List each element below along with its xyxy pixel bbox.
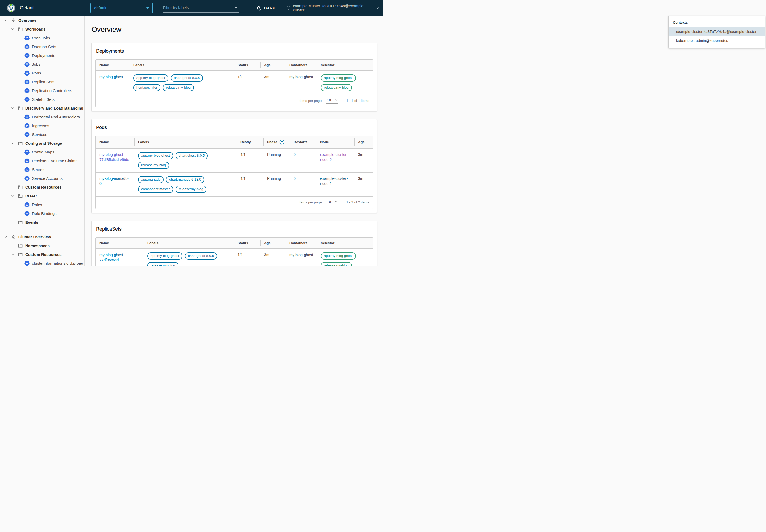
sidebar-item-label: Persistent Volume Claims (32, 159, 77, 163)
ready-cell: 1/1 (237, 173, 263, 196)
context-label: example-cluster-ka3TuTzYo4a@example-clus… (293, 4, 374, 12)
sidebar-item[interactable]: ↺ Replication Controllers (0, 86, 84, 95)
sidebar-item-label: Service Accounts (32, 176, 63, 181)
chevron-down-icon[interactable] (3, 19, 9, 22)
sidebar-item-label: Stateful Sets (32, 97, 55, 102)
sidebar-item[interactable]: ⊟ Persistent Volume Claims (0, 156, 84, 165)
column-header-ready: Ready (237, 136, 263, 148)
chevron-down-icon[interactable] (10, 244, 15, 247)
sidebar-item[interactable]: Workloads (0, 25, 84, 34)
sidebar-item[interactable]: Config and Storage (0, 139, 84, 148)
sidebar-item-label: Events (25, 220, 38, 225)
sidebar-item[interactable]: ◉ Service Accounts (0, 174, 84, 183)
sidebar-item[interactable]: Events (0, 218, 84, 227)
page-size-select[interactable]: 10 (326, 199, 338, 205)
sidebar-item-label: Daemon Sets (32, 44, 56, 49)
chevron-down-icon[interactable] (10, 106, 15, 110)
column-header-phase: Phase (263, 136, 290, 148)
chevron-down-icon[interactable] (10, 194, 15, 198)
sidebar-item[interactable]: ▦ Jobs (0, 60, 84, 69)
chevron-down-icon[interactable] (3, 235, 9, 239)
sidebar-item[interactable]: RBAC (0, 192, 84, 200)
sidebar-item[interactable]: ▤ Daemon Sets (0, 42, 84, 51)
age-cell: 3m (260, 249, 286, 266)
sidebar-item[interactable]: Overview (0, 16, 84, 25)
label-badge[interactable]: chart:mariadb-6.13.0 (166, 176, 204, 183)
label-filter-input[interactable]: Filter by labels (163, 3, 239, 13)
resource-icon: ↔ (24, 114, 30, 119)
sidebar-item-label: Roles (32, 202, 42, 207)
label-badge[interactable]: chart:ghost-8.0.5 (176, 152, 208, 159)
sidebar-item[interactable]: ✱ clusterinformations.crd.projec (0, 259, 84, 266)
brand: Octant (6, 3, 90, 13)
resource-icon: ⊞ (24, 211, 30, 216)
node-link[interactable]: example-cluster-node-2 (320, 152, 348, 162)
cluster-context-icon (286, 6, 291, 10)
chevron-down-icon[interactable] (10, 27, 15, 31)
deployments-card: Deployments Name Labels Status Age Conta… (91, 43, 377, 111)
selector-badge[interactable]: release:my-blog (321, 84, 352, 91)
node-link[interactable]: example-cluster-node-1 (320, 176, 348, 186)
label-badge[interactable]: component:master (138, 186, 173, 193)
label-badge[interactable]: release:my-blog (176, 186, 207, 193)
sidebar-item[interactable]: ≣ Config Maps (0, 148, 84, 156)
app-header: Octant default Filter by labels DARK exa… (0, 0, 383, 16)
chevron-down-icon[interactable] (10, 253, 15, 256)
label-badge[interactable]: app:my-blog-ghost (133, 74, 168, 82)
sidebar-item[interactable]: ↔ Horizontal Pod Autoscalers (0, 113, 84, 121)
selector-badge[interactable]: app:my-blog-ghost (321, 252, 356, 260)
replicaset-link[interactable]: my-blog-ghost-77df85c6cd (99, 253, 124, 262)
sidebar-item[interactable]: ⇄ Ingresses (0, 121, 84, 130)
sidebar-item[interactable]: Custom Resources (0, 250, 84, 259)
sidebar-item[interactable]: ⋔ Services (0, 130, 84, 139)
resource-icon: ⊙ (24, 167, 30, 172)
sidebar-item[interactable]: Cluster Overview (0, 232, 84, 241)
sidebar-item[interactable]: Custom Resources (0, 183, 84, 192)
sidebar-item[interactable]: ⊞ Role Bindings (0, 209, 84, 218)
label-badge[interactable]: app:my-blog-ghost (138, 152, 173, 159)
sidebar-item[interactable]: Discovery and Load Balancing (0, 104, 84, 113)
label-badge[interactable]: release:my-blog (147, 262, 178, 266)
sidebar-item[interactable]: Namespaces (0, 241, 84, 250)
selector-badge[interactable]: app:my-blog-ghost (321, 74, 356, 82)
column-header-containers: Containers (286, 60, 317, 70)
folder-icon (18, 193, 23, 199)
page-size-select[interactable]: 10 (326, 98, 338, 104)
label-badge[interactable]: app:mariadb (138, 176, 164, 183)
selector-badge[interactable]: release:my-blog (321, 262, 352, 266)
sidebar-item-label: Namespaces (25, 243, 50, 248)
sidebar-item[interactable]: ⊡ Roles (0, 200, 84, 209)
chevron-down-icon[interactable] (234, 6, 238, 10)
sidebar-item[interactable]: ≡ Stateful Sets (0, 95, 84, 104)
label-badge[interactable]: release:my-blog (163, 84, 194, 91)
sidebar-item-label: Services (32, 132, 47, 137)
phase-cell: Running (263, 173, 290, 196)
namespace-select[interactable]: default (90, 3, 153, 13)
column-header-age: Age (260, 238, 286, 248)
label-badge[interactable]: app:my-blog-ghost (147, 252, 182, 260)
column-header-restarts: Restarts (290, 136, 317, 148)
sidebar-item-label: Replication Controllers (32, 88, 72, 93)
sidebar-item[interactable]: ▣ Pods (0, 69, 84, 77)
deployment-link[interactable]: my-blog-ghost (99, 75, 123, 79)
restarts-cell: 0 (290, 149, 317, 172)
label-badge[interactable]: chart:ghost-8.0.5 (171, 74, 203, 82)
sidebar-item[interactable]: ↻ Deployments (0, 51, 84, 60)
labels-cell: app:my-blog-ghostchart:ghost-8.0.5herita… (130, 71, 234, 95)
label-badge[interactable]: chart:ghost-8.0.5 (185, 252, 217, 260)
chevron-down-icon[interactable] (10, 142, 15, 145)
chevron-down-icon[interactable] (10, 185, 15, 189)
sidebar-item[interactable]: ▥ Replica Sets (0, 77, 84, 86)
column-filter-icon[interactable] (279, 139, 285, 145)
resource-icon: ▣ (24, 70, 30, 76)
pod-link[interactable]: my-blog-ghost-77df85c6cd-vf6dx (99, 152, 129, 162)
label-badge[interactable]: release:my-blog (138, 162, 169, 169)
sidebar-item[interactable]: ⊙ Secrets (0, 165, 84, 174)
chevron-down-icon[interactable] (10, 221, 15, 224)
sidebar-item-label: Config and Storage (25, 141, 62, 146)
sidebar-item[interactable]: ◔ Cron Jobs (0, 34, 84, 42)
theme-toggle-button[interactable]: DARK (257, 6, 276, 11)
label-badge[interactable]: heritage:Tiller (133, 84, 160, 91)
context-selector[interactable]: example-cluster-ka3TuTzYo4a@example-clus… (286, 4, 379, 12)
pod-link[interactable]: my-blog-mariadb-0 (99, 176, 129, 186)
